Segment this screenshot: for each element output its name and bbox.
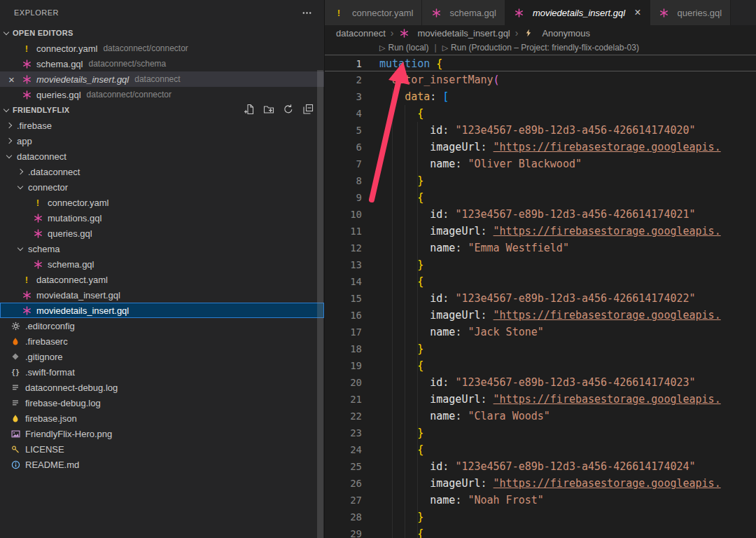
open-editors-section-header[interactable]: OPEN EDITORS (0, 25, 324, 41)
code-line-22[interactable]: 22 name: "Clara Woods" (325, 408, 756, 425)
code-line-9[interactable]: 9 { (325, 189, 756, 206)
open-editors-label: OPEN EDITORS (13, 29, 74, 37)
tree-item-FriendlyFlix-Hero.png[interactable]: FriendlyFlix-Hero.png (0, 426, 324, 441)
breadcrumb-item-moviedetails_insert.gql[interactable]: moviedetails_insert.gql (399, 27, 510, 39)
tree-item-schema.gql[interactable]: schema.gql (0, 256, 324, 272)
graphql-icon (659, 7, 670, 18)
collapse-all-icon (302, 104, 314, 116)
tab-connector.yaml[interactable]: !connector.yaml (325, 0, 422, 25)
new-folder-button[interactable] (261, 102, 276, 118)
code-line-4[interactable]: 4 { (325, 105, 756, 122)
line-number: 22 (325, 408, 362, 425)
code-line-12[interactable]: 12 name: "Emma Westfield" (325, 240, 756, 256)
line-number: 20 (325, 374, 362, 391)
tree-item-moviedata_insert.gql[interactable]: moviedata_insert.gql (0, 287, 324, 303)
code-line-14[interactable]: 14 { (325, 273, 756, 290)
code-line-1[interactable]: 1mutation { (325, 55, 756, 71)
code-line-16[interactable]: 16 imageUrl: "https://firebasestorage.go… (325, 307, 756, 324)
code-line-15[interactable]: 15 id: "123e4567-e89b-12d3-a456-42661417… (325, 290, 756, 307)
code-line-25[interactable]: 25 id: "123e4567-e89b-12d3-a456-42661417… (325, 458, 756, 475)
chevron-down-icon (6, 152, 12, 158)
tree-item-mutations.gql[interactable]: mutations.gql (0, 210, 324, 226)
codelens-separator: | (435, 43, 437, 53)
code-line-29[interactable]: 29 { (325, 525, 756, 538)
tree-item-.editorconfig[interactable]: .editorconfig (0, 318, 324, 333)
code-line-10[interactable]: 10 id: "123e4567-e89b-12d3-a456-42661417… (325, 206, 756, 223)
code-line-21[interactable]: 21 imageUrl: "https://firebasestorage.go… (325, 391, 756, 408)
chevron-right-icon (6, 138, 12, 144)
tree-item-schema[interactable]: schema (0, 241, 324, 256)
code-line-3[interactable]: 3 data: [ (325, 88, 756, 105)
tree-item-.dataconnect[interactable]: .dataconnect (0, 164, 324, 179)
code-line-7[interactable]: 7 name: "Oliver Blackwood" (325, 156, 756, 172)
code-line-8[interactable]: 8 } (325, 172, 756, 189)
url-link[interactable]: "https://firebasestorage.googleapis. (493, 393, 721, 406)
new-folder-icon (263, 104, 274, 116)
code-line-2[interactable]: 2 actor_insertMany( (325, 71, 756, 88)
tree-item-app[interactable]: app (0, 133, 324, 149)
tree-item-firebase.json[interactable]: firebase.json (0, 411, 324, 426)
tree-item-dataconnect[interactable]: dataconnect (0, 149, 324, 164)
open-editor-connector.yaml[interactable]: !connector.yamldataconnect/connector (0, 41, 324, 56)
line-number: 18 (325, 340, 362, 357)
code-line-20[interactable]: 20 id: "123e4567-e89b-12d3-a456-42661417… (325, 374, 756, 391)
more-actions-button[interactable] (299, 5, 314, 20)
tree-item-LICENSE[interactable]: LICENSE (0, 441, 324, 457)
code-editor[interactable]: 1mutation {2 actor_insertMany(3 data: [4… (325, 55, 756, 538)
tree-item-.firebase[interactable]: .firebase (0, 118, 324, 133)
tab-queries.gql[interactable]: queries.gql (650, 0, 732, 25)
code-line-28[interactable]: 28 } (325, 509, 756, 525)
code-line-13[interactable]: 13 } (325, 256, 756, 273)
code-line-18[interactable]: 18 } (325, 340, 756, 357)
code-line-24[interactable]: 24 { (325, 441, 756, 458)
tree-item-connector.yaml[interactable]: !connector.yaml (0, 195, 324, 210)
code-line-23[interactable]: 23 } (325, 425, 756, 441)
run-local-link[interactable]: ▷ Run (local) (379, 43, 429, 53)
url-link[interactable]: "https://firebasestorage.googleapis. (493, 141, 721, 153)
tree-item-.swift-format[interactable]: {}.swift-format (0, 364, 324, 380)
tree-item-queries.gql[interactable]: queries.gql (0, 226, 324, 241)
tree-item-.gitignore[interactable]: .gitignore (0, 349, 324, 364)
file-tree: .firebaseappdataconnect.dataconnectconne… (0, 118, 324, 472)
code-line-26[interactable]: 26 imageUrl: "https://firebasestorage.go… (325, 475, 756, 492)
breadcrumb-item-dataconnect[interactable]: dataconnect (336, 28, 386, 39)
breadcrumb: dataconnect›moviedetails_insert.gql›Anon… (325, 25, 756, 41)
breadcrumb-item-Anonymous[interactable]: Anonymous (523, 27, 590, 39)
url-link[interactable]: "https://firebasestorage.googleapis. (493, 309, 721, 322)
line-number: 14 (325, 273, 362, 290)
url-link[interactable]: "https://firebasestorage.googleapis. (493, 477, 721, 490)
tree-item-README.md[interactable]: README.md (0, 457, 324, 472)
tab-moviedetails_insert.gql[interactable]: moviedetails_insert.gql× (505, 0, 650, 25)
code-line-17[interactable]: 17 name: "Jack Stone" (325, 324, 756, 340)
close-icon[interactable]: × (8, 74, 15, 85)
open-editor-schema.gql[interactable]: schema.gqldataconnect/schema (0, 56, 324, 71)
code-line-5[interactable]: 5 id: "123e4567-e89b-12d3-a456-426614174… (325, 122, 756, 139)
code-line-6[interactable]: 6 imageUrl: "https://firebasestorage.goo… (325, 139, 756, 156)
tree-item-.firebaserc[interactable]: .firebaserc (0, 333, 324, 349)
open-editor-queries.gql[interactable]: queries.gqldataconnect/connector (0, 87, 324, 102)
close-icon[interactable]: × (634, 7, 640, 18)
line-number: 9 (325, 189, 362, 206)
tree-item-firebase-debug.log[interactable]: firebase-debug.log (0, 395, 324, 411)
run-production-link[interactable]: ▷ Run (Production – Project: friendly-fl… (442, 43, 639, 53)
code-line-27[interactable]: 27 name: "Noah Frost" (325, 492, 756, 509)
open-editor-moviedetails_insert.gql[interactable]: ×moviedetails_insert.gqldataconnect (0, 71, 324, 87)
yaml-warning-icon: ! (21, 274, 32, 285)
url-link[interactable]: "https://firebasestorage.googleapis. (493, 225, 721, 237)
tree-item-dataconnect.yaml[interactable]: !dataconnect.yaml (0, 272, 324, 287)
project-section-header[interactable]: FRIENDLYFLIX (0, 102, 324, 118)
refresh-button[interactable] (281, 102, 296, 118)
collapse-all-button[interactable] (300, 102, 316, 118)
tab-schema.gql[interactable]: schema.gql (422, 0, 505, 25)
diamond-icon (10, 351, 21, 362)
line-number: 12 (325, 240, 362, 256)
sidebar-scrollbar[interactable] (317, 70, 323, 538)
code-region: ▷ Run (local) | ▷ Run (Production – Proj… (325, 41, 756, 538)
new-file-button[interactable] (241, 102, 257, 118)
line-number: 19 (325, 357, 362, 374)
tree-item-connector[interactable]: connector (0, 179, 324, 195)
tree-item-moviedetails_insert.gql[interactable]: moviedetails_insert.gql (0, 303, 324, 318)
code-line-19[interactable]: 19 { (325, 357, 756, 374)
code-line-11[interactable]: 11 imageUrl: "https://firebasestorage.go… (325, 223, 756, 240)
tree-item-dataconnect-debug.log[interactable]: dataconnect-debug.log (0, 380, 324, 395)
